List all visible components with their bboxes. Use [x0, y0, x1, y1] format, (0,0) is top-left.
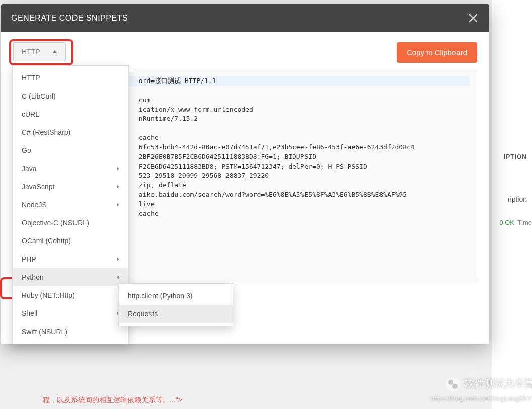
menu-item-python[interactable]: Python: [13, 268, 128, 286]
menu-item-label: cURL: [22, 110, 39, 118]
wechat-icon: [446, 377, 460, 391]
menu-item-label: Shell: [22, 309, 37, 317]
language-dropdown-button[interactable]: HTTP: [13, 42, 66, 61]
menu-item-c-libcurl-[interactable]: C (LibCurl): [13, 87, 128, 105]
submenu-item-label: http.client (Python 3): [128, 292, 192, 300]
menu-item-label: PHP: [22, 255, 36, 263]
menu-item-ruby-net-http-[interactable]: Ruby (NET::Http): [13, 286, 128, 304]
menu-item-label: JavaScript: [22, 183, 54, 191]
python-submenu: http.client (Python 3)Requests: [118, 283, 233, 326]
language-menu: HTTPC (LibCurl)cURLC# (RestSharp)GoJavaJ…: [12, 65, 129, 344]
toolbar: HTTP HTTPC (LibCurl)cURLC# (RestSharp)Go…: [13, 42, 477, 63]
menu-item-label: NodeJS: [22, 201, 47, 209]
submenu-item-label: Requests: [128, 310, 158, 318]
menu-item-java[interactable]: Java: [13, 159, 128, 178]
dropdown-label: HTTP: [22, 48, 40, 56]
bg-description-header: IPTION: [504, 153, 527, 160]
bg-status-ok: 0 OK: [499, 219, 514, 226]
chevron-right-icon: [117, 257, 119, 261]
menu-item-label: Objective-C (NSURL): [22, 219, 89, 227]
menu-item-label: Ruby (NET::Http): [22, 291, 75, 299]
menu-item-nodejs[interactable]: NodeJS: [13, 196, 128, 214]
bg-bottom-text: 程，以及系统间的相互逻辑依赖关系等。...">: [43, 396, 182, 405]
close-button[interactable]: [467, 12, 479, 24]
menu-item-label: Go: [22, 146, 31, 154]
menu-item-ocaml-cohttp-[interactable]: OCaml (Cohttp): [13, 232, 128, 250]
modal-body: HTTP HTTPC (LibCurl)cURLC# (RestSharp)Go…: [1, 32, 489, 344]
modal-header: GENERATE CODE SNIPPETS: [1, 4, 489, 32]
submenu-item-requests[interactable]: Requests: [119, 305, 233, 323]
menu-item-label: Java: [22, 165, 37, 173]
menu-item-label: C# (RestSharp): [22, 128, 70, 136]
bg-time-label: Time: [518, 219, 532, 226]
menu-item-curl[interactable]: cURL: [13, 105, 128, 123]
menu-item-c-restsharp-[interactable]: C# (RestSharp): [13, 123, 128, 141]
submenu-item-http-client-python-3-[interactable]: http.client (Python 3): [119, 287, 233, 305]
chevron-right-icon: [117, 185, 119, 189]
menu-item-shell[interactable]: Shell: [13, 304, 128, 322]
chevron-right-icon: [117, 275, 119, 279]
menu-item-label: Swift (NSURL): [22, 328, 67, 336]
chevron-right-icon: [117, 203, 119, 207]
code-snippets-modal: GENERATE CODE SNIPPETS HTTP HTTPC (LibCu…: [1, 4, 489, 344]
menu-item-label: OCaml (Cohttp): [22, 237, 71, 245]
menu-item-go[interactable]: Go: [13, 141, 128, 159]
modal-title: GENERATE CODE SNIPPETS: [11, 14, 128, 23]
menu-item-objective-c-nsurl-[interactable]: Objective-C (NSURL): [13, 214, 128, 232]
menu-item-php[interactable]: PHP: [13, 250, 128, 268]
chevron-up-icon: [52, 50, 57, 53]
close-icon: [469, 14, 478, 23]
background-panel: IPTION ription 0 OK Time: [492, 0, 532, 409]
menu-item-javascript[interactable]: JavaScript: [13, 178, 128, 196]
language-dropdown-wrap: HTTP HTTPC (LibCurl)cURLC# (RestSharp)Go…: [13, 42, 66, 61]
menu-item-swift-nsurl-[interactable]: Swift (NSURL): [13, 322, 128, 341]
menu-item-label: HTTP: [22, 74, 40, 82]
chevron-right-icon: [117, 167, 119, 171]
menu-item-label: C (LibCurl): [22, 92, 56, 100]
menu-item-label: Python: [22, 273, 44, 281]
copy-to-clipboard-button[interactable]: Copy to Clipboard: [397, 42, 477, 63]
bg-ription-text: ription: [508, 195, 527, 203]
menu-item-http[interactable]: HTTP: [13, 69, 128, 87]
